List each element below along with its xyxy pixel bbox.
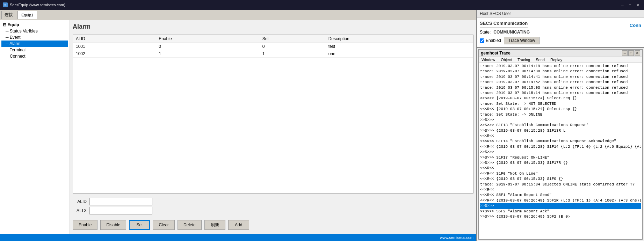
trace-line: <<<R<< [480, 166, 641, 171]
trace-close-button[interactable]: ✕ [635, 50, 640, 56]
clear-button[interactable]: Clear [153, 220, 175, 230]
trace-line: >>S>>> S5F2 "Alarm Report Ack" [480, 209, 641, 214]
alarm-table-container: ALID Enable Set Description 100100test10… [73, 35, 473, 193]
trace-line: >>S>>> [480, 203, 641, 209]
trace-window-button[interactable]: Trace Window [504, 37, 540, 44]
sidebar-item-terminal[interactable]: ─ Terminal [1, 47, 68, 53]
content-area: ⊟ Equip ─ Status Varibles ─ Event ─ Alar… [0, 20, 476, 234]
trace-line: <<<R<< {2019-03-07 00:15:28} S1F14 {L:2 … [480, 144, 641, 149]
state-label: State: [480, 30, 491, 35]
cell-enable: 0 [156, 43, 259, 50]
trace-maximize-button[interactable]: □ [628, 50, 634, 56]
trace-line: >>S>>> S1F13 "Establish Communications R… [480, 123, 641, 128]
trace-line: <<<R<< {2019-03-07 00:26:49} S5F1R {L:3 … [480, 198, 641, 203]
trace-line: trace: 2019-03-07 00:15:03 hsms online e… [480, 85, 641, 90]
maximize-button[interactable]: □ [627, 2, 634, 8]
trace-menu-item-window[interactable]: Window [479, 57, 498, 63]
expand-icon: ⊟ [3, 22, 7, 27]
button-bar: EnableDisableSetClearDelete刷新Add [73, 219, 473, 231]
alid-row: ALID [73, 198, 473, 205]
trace-title-bar: gemhost Trace ─ □ ✕ [479, 50, 642, 57]
alid-label: ALID [73, 199, 87, 204]
trace-line: trace: 2019-03-07 00:15:34 Selected ONLI… [480, 182, 641, 187]
app-icon: S [3, 2, 8, 7]
trace-line: >>S>>> [480, 149, 641, 155]
trace-menu: WindowObjectTracingSendReplay [479, 57, 642, 63]
enabled-label: Enabled [486, 38, 501, 43]
main-content: Alarm ALID Enable Set Description [70, 20, 476, 234]
table-row[interactable]: 100100test [73, 43, 473, 50]
delete-button[interactable]: Delete [178, 220, 202, 230]
equip-tab[interactable]: Equip1 [17, 11, 37, 19]
page-title: Alarm [73, 23, 473, 30]
table-row[interactable]: 100211one [73, 50, 473, 58]
trace-menu-item-replay[interactable]: Replay [548, 57, 565, 63]
cell-enable: 1 [156, 50, 259, 58]
secs-title-bar: Host SECS User [477, 10, 644, 18]
sidebar-item-event[interactable]: ─ Event [1, 34, 68, 41]
trace-menu-item-send[interactable]: Send [533, 57, 548, 63]
secs-controls: Enabled Trace Window [480, 37, 641, 44]
add-button[interactable]: Add [228, 220, 249, 230]
trace-title: gemhost Trace [481, 51, 511, 56]
altx-input[interactable] [89, 207, 152, 214]
trace-line: <<<R<< [480, 133, 641, 139]
trace-line: trace: 2019-03-07 00:15:14 hsms online e… [480, 90, 641, 96]
trace-line: >>S>>> {2019-03-07 00:15:33} S1F17R {} [480, 160, 641, 166]
sidebar-item-alarm[interactable]: ─ Alarm [1, 41, 68, 47]
alid-input[interactable] [89, 198, 152, 205]
trace-menu-item-object[interactable]: Object [498, 57, 515, 63]
cell-alid: 1001 [73, 43, 156, 50]
tree-root-equip[interactable]: ⊟ Equip [1, 22, 68, 28]
cell-description: one [326, 50, 473, 58]
close-button[interactable]: ✕ [634, 2, 641, 8]
trace-line: trace: 2019-03-07 00:14:52 hsms online e… [480, 80, 641, 85]
app-panel: 连接 Equip1 ⊟ Equip ─ Status Varibles ─ Ev… [0, 10, 476, 241]
trace-line: >>S>>> {2019-03-07 00:15:28} S1F13R L [480, 128, 641, 133]
disable-button[interactable]: Disable [100, 220, 126, 230]
altx-row: ALTX [73, 207, 473, 214]
trace-line: <<<R<< {2019-03-07 00:15:33} S1F0 {} [480, 176, 641, 182]
trace-line: trace: 2019-03-07 00:14:30 hsms online e… [480, 69, 641, 74]
cell-set: 1 [260, 50, 326, 58]
sidebar-item-status-varibles[interactable]: ─ Status Varibles [1, 28, 68, 34]
state-value: COMMUNICATING [493, 30, 530, 35]
trace-line: >>S>>> S1F17 "Request ON-LINE" [480, 155, 641, 160]
secs-comm-title-bar: SECS Communication Conn [480, 21, 641, 30]
trace-line: trace: 2019-03-07 00:14:41 hsms online e… [480, 74, 641, 80]
trace-line: <<<R<< [480, 187, 641, 192]
set-button[interactable]: Set [129, 220, 150, 230]
window-controls[interactable]: ─ □ ✕ [619, 2, 641, 8]
enabled-checkbox[interactable] [480, 38, 484, 43]
minimize-button[interactable]: ─ [619, 2, 626, 8]
status-url: www.semisecs.com [440, 235, 473, 240]
tree-dash-icon-event: ─ [6, 35, 10, 40]
trace-content[interactable]: trace: 2019-03-07 00:14:19 hsms online e… [479, 63, 642, 239]
connect-tab[interactable]: 连接 [1, 11, 16, 19]
col-alid: ALID [73, 35, 156, 43]
form-area: ALID ALTX [73, 196, 473, 216]
app-title: SecsEquip (www.semisecs.com) [10, 3, 65, 7]
title-bar-left: S SecsEquip (www.semisecs.com) [3, 2, 65, 7]
secs-comm-panel: SECS Communication Conn State: COMMUNICA… [477, 18, 644, 48]
col-enable: Enable [156, 35, 259, 43]
trace-line: >>S>>> {2019-03-07 00:15:24} Select.req … [480, 96, 641, 101]
trace-line: trace: Set State: -> NOT SELECTED [480, 101, 641, 107]
trace-window-controls[interactable]: ─ □ ✕ [622, 50, 640, 56]
title-bar: S SecsEquip (www.semisecs.com) ─ □ ✕ [0, 0, 644, 10]
trace-line: trace: 2019-03-07 00:14:19 hsms online e… [480, 64, 641, 69]
enabled-checkbox-label[interactable]: Enabled [480, 38, 501, 43]
secs-conn-label[interactable]: Conn [630, 23, 641, 28]
trace-line: >>S>>> [480, 117, 641, 123]
secs-panel: Host SECS User SECS Communication Conn S… [476, 10, 644, 241]
secs-host-title: Host SECS User [480, 11, 511, 16]
sidebar-item-connect[interactable]: Connect [1, 53, 68, 59]
status-bar: www.semisecs.com [0, 234, 476, 241]
main-container: 连接 Equip1 ⊟ Equip ─ Status Varibles ─ Ev… [0, 10, 644, 241]
cell-set: 0 [260, 43, 326, 50]
refresh-button[interactable]: 刷新 [204, 220, 225, 230]
trace-menu-item-tracing[interactable]: Tracing [515, 57, 533, 63]
enable-button[interactable]: Enable [73, 220, 97, 230]
trace-minimize-button[interactable]: ─ [622, 50, 628, 56]
state-row: State: COMMUNICATING [480, 30, 641, 35]
